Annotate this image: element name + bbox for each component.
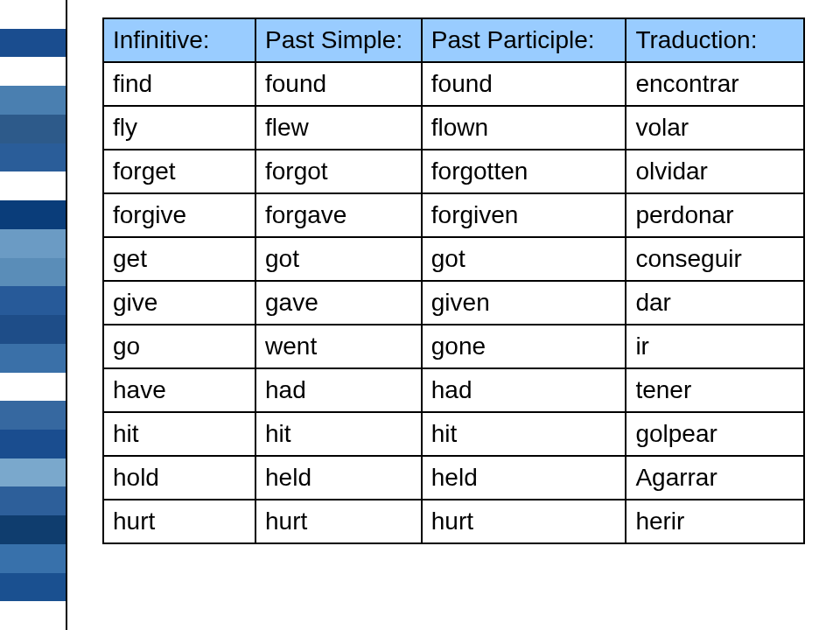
cell-past-participle: held — [422, 456, 626, 500]
cell-traduction: golpear — [626, 412, 804, 456]
header-traduction: Traduction: — [626, 18, 804, 62]
cell-past-participle: got — [422, 237, 626, 281]
cell-traduction: Agarrar — [626, 456, 804, 500]
stripe — [0, 57, 66, 86]
stripe — [0, 172, 66, 200]
cell-infinitive: hold — [103, 456, 256, 500]
stripe — [0, 229, 66, 258]
cell-infinitive: give — [103, 281, 256, 325]
table-row: hit hit hit golpear — [103, 412, 804, 456]
header-infinitive: Infinitive: — [103, 18, 256, 62]
cell-traduction: herir — [626, 500, 804, 543]
cell-infinitive: go — [103, 325, 256, 368]
cell-traduction: encontrar — [626, 62, 804, 106]
table-row: fly flew flown volar — [103, 106, 804, 150]
table-row: go went gone ir — [103, 325, 804, 368]
cell-infinitive: forgive — [103, 193, 256, 237]
cell-infinitive: fly — [103, 106, 256, 150]
cell-past-participle: hurt — [422, 500, 626, 543]
cell-past-simple: hurt — [256, 500, 422, 543]
stripe — [0, 573, 66, 602]
cell-past-simple: held — [256, 456, 422, 500]
stripe — [0, 29, 66, 58]
cell-past-participle: forgiven — [422, 193, 626, 237]
cell-infinitive: hit — [103, 412, 256, 456]
stripe — [0, 86, 66, 115]
stripe — [0, 458, 66, 487]
stripe — [0, 344, 66, 373]
stripe — [0, 315, 66, 344]
cell-traduction: olvidar — [626, 150, 804, 193]
table-row: forget forgot forgotten olvidar — [103, 150, 804, 193]
cell-past-simple: flew — [256, 106, 422, 150]
cell-infinitive: find — [103, 62, 256, 106]
header-past-simple: Past Simple: — [256, 18, 422, 62]
table-row: find found found encontrar — [103, 62, 804, 106]
stripe — [0, 373, 66, 402]
table-row: hold held held Agarrar — [103, 456, 804, 500]
stripe — [0, 115, 66, 144]
cell-traduction: dar — [626, 281, 804, 325]
cell-past-simple: forgot — [256, 150, 422, 193]
table-row: forgive forgave forgiven perdonar — [103, 193, 804, 237]
cell-past-simple: gave — [256, 281, 422, 325]
cell-past-simple: went — [256, 325, 422, 368]
cell-infinitive: get — [103, 237, 256, 281]
stripe — [0, 601, 66, 630]
decorative-sidebar — [0, 0, 67, 630]
cell-infinitive: have — [103, 368, 256, 412]
cell-traduction: volar — [626, 106, 804, 150]
stripe — [0, 515, 66, 544]
table-row: have had had tener — [103, 368, 804, 412]
cell-past-simple: had — [256, 368, 422, 412]
verbs-table: Infinitive: Past Simple: Past Participle… — [102, 18, 805, 544]
cell-traduction: tener — [626, 368, 804, 412]
cell-past-participle: found — [422, 62, 626, 106]
stripe — [0, 486, 66, 515]
cell-past-participle: given — [422, 281, 626, 325]
cell-traduction: ir — [626, 325, 804, 368]
cell-past-participle: hit — [422, 412, 626, 456]
cell-past-simple: hit — [256, 412, 422, 456]
cell-traduction: perdonar — [626, 193, 804, 237]
cell-infinitive: hurt — [103, 500, 256, 543]
cell-past-participle: forgotten — [422, 150, 626, 193]
cell-infinitive: forget — [103, 150, 256, 193]
cell-past-simple: got — [256, 237, 422, 281]
stripe — [0, 200, 66, 229]
stripe — [0, 286, 66, 315]
table-row: give gave given dar — [103, 281, 804, 325]
table-container: Infinitive: Past Simple: Past Participle… — [67, 0, 840, 630]
header-past-participle: Past Participle: — [422, 18, 626, 62]
cell-past-participle: flown — [422, 106, 626, 150]
stripe — [0, 544, 66, 573]
stripe — [0, 0, 66, 29]
cell-past-simple: forgave — [256, 193, 422, 237]
table-row: get got got conseguir — [103, 237, 804, 281]
table-row: hurt hurt hurt herir — [103, 500, 804, 543]
cell-past-simple: found — [256, 62, 422, 106]
stripe — [0, 430, 66, 458]
stripe — [0, 258, 66, 287]
stripe — [0, 401, 66, 430]
cell-traduction: conseguir — [626, 237, 804, 281]
cell-past-participle: gone — [422, 325, 626, 368]
cell-past-participle: had — [422, 368, 626, 412]
table-header-row: Infinitive: Past Simple: Past Participle… — [103, 18, 804, 62]
stripe — [0, 144, 66, 172]
